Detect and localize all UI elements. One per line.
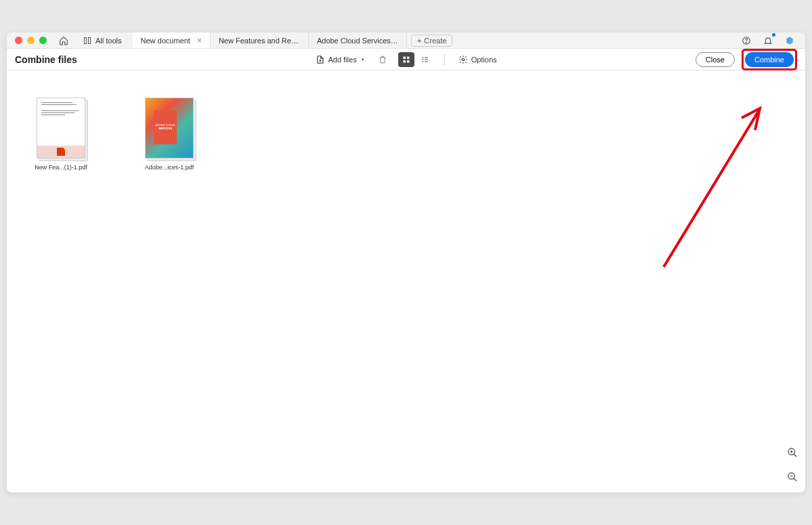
help-button[interactable] [739,33,754,48]
tab-new-document[interactable]: New document × [133,33,211,48]
gear-icon [458,55,468,64]
svg-line-16 [794,454,796,457]
svg-point-3 [746,42,747,43]
svg-rect-0 [85,37,87,43]
tools-icon [83,37,91,45]
close-tab-icon[interactable]: × [197,36,202,45]
add-file-icon [315,55,324,64]
arrow-annotation [657,84,779,274]
svg-rect-1 [89,37,91,43]
svg-rect-4 [403,56,406,59]
zoom-in-button[interactable] [785,445,800,460]
toolbar-right: Close Combine [696,49,797,70]
close-window-button[interactable] [15,37,22,44]
window-controls [15,37,47,44]
svg-point-14 [462,58,465,61]
tab-new-features[interactable]: New Features and Release Not... [211,33,309,48]
home-button[interactable] [56,33,71,48]
account-button[interactable] [782,33,797,48]
content-area: New Fea...(1)-1.pdf ADOBE CLOUDSERVICES … [7,70,805,492]
svg-line-20 [794,478,796,481]
toolbar: Combine files Add files ▾ Opti [7,49,805,70]
app-window: All tools New document × New Features an… [7,33,805,492]
svg-line-22 [664,111,758,267]
add-files-button[interactable]: Add files ▾ [312,53,366,66]
pdf-icon [57,148,65,156]
all-tools-button[interactable]: All tools [78,35,127,47]
tab-label: New document [141,37,190,45]
file-item[interactable]: New Fea...(1)-1.pdf [27,98,95,171]
zoom-out-icon [787,471,798,482]
toolbar-center: Add files ▾ Options [312,52,499,67]
svg-point-10 [423,59,423,60]
add-files-label: Add files [328,56,356,64]
maximize-window-button[interactable] [39,37,47,44]
svg-point-8 [423,57,423,58]
plus-icon: + [417,37,421,45]
separator [444,54,445,66]
chevron-down-icon: ▾ [362,57,364,62]
zoom-controls [785,445,800,484]
page-title: Combine files [15,54,77,65]
create-tab-button[interactable]: + Create [411,35,452,47]
view-toggle [398,52,433,67]
file-label: New Fea...(1)-1.pdf [35,164,87,171]
file-thumbnail: ADOBE CLOUDSERVICES [145,98,194,159]
svg-rect-5 [407,56,410,59]
svg-rect-7 [407,60,410,63]
delete-button[interactable] [375,52,390,67]
zoom-out-button[interactable] [785,469,800,484]
list-view-button[interactable] [417,52,433,67]
grid-view-button[interactable] [398,52,414,67]
tab-adobe-cloud[interactable]: Adobe Cloud Services-1.pdf [309,33,407,48]
combine-button[interactable]: Combine [745,52,794,67]
options-button[interactable]: Options [456,53,500,66]
file-item[interactable]: ADOBE CLOUDSERVICES Adobe...ices-1.pdf [135,98,203,171]
titlebar-right [739,33,797,48]
minimize-window-button[interactable] [27,37,35,44]
file-thumbnail [37,98,85,159]
grid-icon [402,56,410,64]
list-icon [421,56,429,64]
titlebar: All tools New document × New Features an… [7,33,805,49]
tab-label: Adobe Cloud Services-1.pdf [317,37,398,45]
close-button[interactable]: Close [696,52,735,67]
svg-rect-6 [403,60,406,63]
options-label: Options [471,56,497,64]
create-label: Create [424,37,446,45]
all-tools-label: All tools [95,37,122,45]
tab-label: New Features and Release Not... [219,37,300,45]
svg-point-12 [423,61,423,62]
tabs: New document × New Features and Release … [133,33,453,48]
zoom-in-icon [787,447,798,458]
file-label: Adobe...ices-1.pdf [145,164,194,171]
notifications-button[interactable] [761,33,775,48]
combine-highlight: Combine [742,49,797,70]
trash-icon [378,55,387,64]
